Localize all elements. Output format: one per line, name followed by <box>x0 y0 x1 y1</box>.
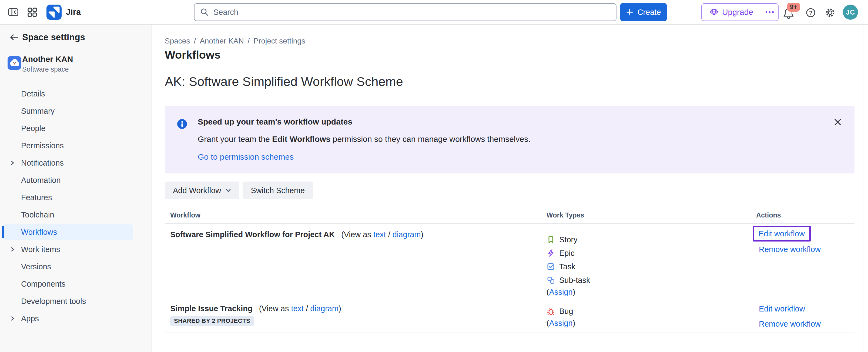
work-types-cell: Story Epic Task <box>547 233 590 297</box>
view-as-diagram-link[interactable]: diagram <box>393 230 421 239</box>
space-type: Software space <box>22 65 69 73</box>
workflow-name: Software Simplified Workflow for Project… <box>170 230 335 239</box>
workflow-name-cell: Simple Issue Tracking (View as text / di… <box>170 303 341 326</box>
edit-workflow-link[interactable]: Edit workflow <box>759 305 805 313</box>
work-type-item: Sub-task <box>547 274 590 287</box>
workflow-name: Simple Issue Tracking <box>170 304 253 313</box>
upgrade-button-group: Upgrade <box>701 3 779 21</box>
jira-logo-icon[interactable] <box>46 5 62 20</box>
space-avatar <box>7 56 21 70</box>
sidebar-collapse-icon <box>7 6 19 18</box>
breadcrumb: Spaces / Another KAN / Project settings <box>165 37 305 45</box>
remove-workflow-link[interactable]: Remove workflow <box>759 245 821 253</box>
sidebar-item-components[interactable]: Components <box>0 275 152 293</box>
user-avatar[interactable]: JC <box>843 5 858 20</box>
ellipsis-icon <box>765 11 774 13</box>
work-type-item: Task <box>547 260 590 274</box>
sidebar-item-summary[interactable]: Summary <box>0 102 152 120</box>
assign-link[interactable]: Assign <box>549 288 573 296</box>
remove-workflow-link[interactable]: Remove workflow <box>759 320 821 328</box>
question-circle-icon: ? <box>805 7 817 19</box>
info-banner: Speed up your team's workflow updates Gr… <box>165 106 855 173</box>
sidebar-header: Space settings <box>0 30 152 45</box>
create-button[interactable]: Create <box>620 3 667 21</box>
work-types-cell: Bug (Assign) <box>547 305 575 328</box>
banner-body-prefix: Grant your team the <box>198 134 272 143</box>
upgrade-button-label: Upgrade <box>722 7 753 17</box>
sidebar-item-people[interactable]: People <box>0 120 152 137</box>
gear-icon <box>824 7 836 19</box>
breadcrumb-project-settings[interactable]: Project settings <box>253 37 305 45</box>
breadcrumb-space[interactable]: Another KAN <box>199 37 244 45</box>
workflow-name-cell: Software Simplified Workflow for Project… <box>170 229 423 240</box>
sidebar-title: Space settings <box>22 30 85 45</box>
content-right-edge <box>863 25 863 352</box>
close-icon <box>834 118 842 126</box>
space-name: Another KAN <box>22 55 73 64</box>
notifications-button[interactable]: 9+ <box>783 5 802 22</box>
permission-schemes-link[interactable]: Go to permission schemes <box>198 152 293 162</box>
task-icon <box>547 262 555 271</box>
sidebar-item-apps[interactable]: Apps <box>0 310 152 327</box>
upgrade-more-options-button[interactable] <box>761 4 778 21</box>
banner-close-button[interactable] <box>832 116 844 128</box>
app-switcher-button[interactable] <box>26 6 38 19</box>
view-as: (View as text / diagram) <box>259 304 341 313</box>
sidebar-item-automation[interactable]: Automation <box>0 171 152 189</box>
assign-link[interactable]: Assign <box>549 319 573 327</box>
table-header-divider <box>165 223 855 224</box>
active-item-indicator <box>2 226 4 238</box>
view-as-text-link[interactable]: text <box>373 230 386 239</box>
sidebar-item-features[interactable]: Features <box>0 189 152 206</box>
sidebar-item-work-items[interactable]: Work items <box>0 241 152 258</box>
app-name: Jira <box>66 0 81 24</box>
settings-button[interactable] <box>824 6 836 19</box>
notifications-badge: 9+ <box>787 3 800 11</box>
back-button[interactable] <box>8 31 20 43</box>
banner-body-suffix: permission so they can manage workflows … <box>331 134 530 143</box>
sidebar-item-permissions[interactable]: Permissions <box>0 137 152 154</box>
column-header-actions: Actions <box>756 211 781 219</box>
chevron-right-icon <box>10 246 15 252</box>
search-input[interactable] <box>213 8 611 17</box>
chevron-right-icon <box>10 160 15 166</box>
top-bar: Jira Create <box>0 0 868 25</box>
shared-badge: SHARED BY 2 PROJECTS <box>170 316 254 326</box>
workflow-toolbar: Add Workflow Switch Scheme <box>165 182 313 199</box>
view-as-diagram-link[interactable]: diagram <box>310 304 339 313</box>
sidebar-item-development-tools[interactable]: Development tools <box>0 293 152 310</box>
help-button[interactable]: ? <box>805 6 817 19</box>
assign-line: (Assign) <box>547 287 590 297</box>
breadcrumb-separator: / <box>194 37 196 45</box>
create-button-label: Create <box>637 8 661 17</box>
view-as: (View as text / diagram) <box>341 230 423 239</box>
sidebar-item-notifications[interactable]: Notifications <box>0 154 152 171</box>
sidebar-item-details[interactable]: Details <box>0 85 152 102</box>
table-bottom-divider <box>165 332 855 333</box>
main-content: Spaces / Another KAN / Project settings … <box>153 25 863 352</box>
sidebar-item-versions[interactable]: Versions <box>0 258 152 275</box>
epic-icon <box>547 249 555 257</box>
app-switcher-grid-icon <box>26 6 38 18</box>
actions-cell: Edit workflow Remove workflow <box>759 305 821 328</box>
sidebar-item-workflows[interactable]: Workflows <box>0 223 152 241</box>
add-workflow-label: Add Workflow <box>173 186 221 195</box>
upgrade-button[interactable]: Upgrade <box>702 4 761 21</box>
column-header-work-types: Work Types <box>547 211 584 219</box>
view-as-text-link[interactable]: text <box>291 304 304 313</box>
banner-body-bold: Edit Workflows <box>272 134 331 143</box>
sidebar-collapse-button[interactable] <box>7 6 20 19</box>
breadcrumb-spaces[interactable]: Spaces <box>165 37 190 45</box>
edit-workflow-link[interactable]: Edit workflow <box>758 230 805 238</box>
story-icon <box>547 235 555 244</box>
search-bar <box>194 3 617 21</box>
switch-scheme-button[interactable]: Switch Scheme <box>243 182 313 199</box>
chevron-down-icon <box>225 188 231 193</box>
sidebar-item-toolchain[interactable]: Toolchain <box>0 206 152 223</box>
space-summary: Another KAN Software space <box>0 54 152 76</box>
actions-cell: Edit workflow Remove workflow <box>753 226 821 253</box>
work-type-item: Story <box>547 233 590 246</box>
subtask-icon <box>547 276 555 285</box>
add-workflow-button[interactable]: Add Workflow <box>165 182 239 199</box>
chevron-right-icon <box>10 316 15 321</box>
